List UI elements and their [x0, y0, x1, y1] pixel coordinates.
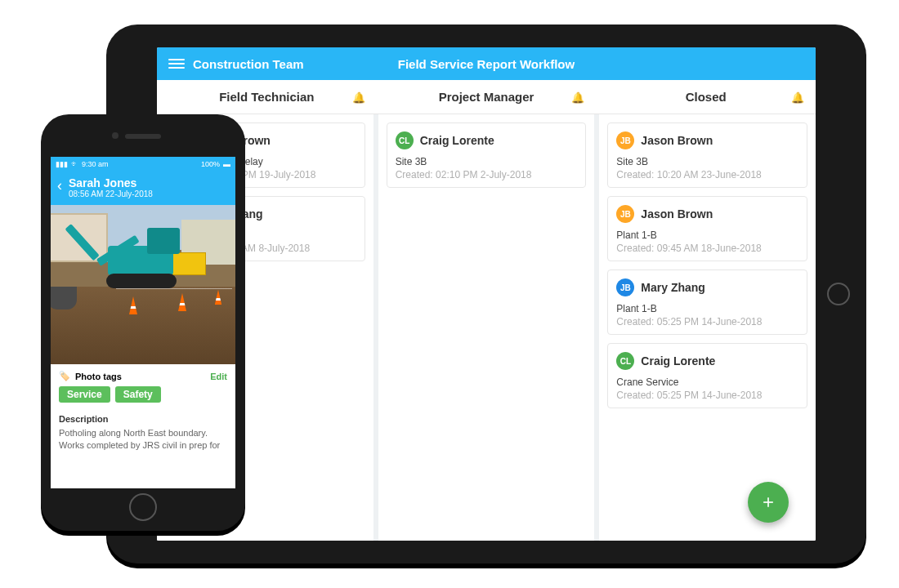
tablet-screen: Construction Team Field Service Report W…	[157, 47, 816, 541]
phone-screen: ▮▮▮ ᯤ 9:30 am 100% ▬ ‹ Sarah Jones 08:56…	[51, 157, 235, 488]
workflow-card[interactable]: JBJason BrownPlant 1-BCreated: 09:45 AM …	[607, 196, 807, 261]
wifi-icon: ᯤ	[71, 160, 78, 168]
bell-icon[interactable]: 🔔	[352, 91, 365, 103]
avatar: JB	[616, 131, 634, 149]
workflow-card[interactable]: CLCraig LorenteCrane ServiceCreated: 05:…	[607, 343, 807, 408]
card-person-name: Craig Lorente	[420, 134, 494, 147]
column-title: Project Manager	[439, 90, 534, 104]
battery-icon: ▬	[223, 160, 230, 168]
workflow-card[interactable]: CLCraig LorenteSite 3BCreated: 02:10 PM …	[387, 122, 587, 188]
column-header-field-technician[interactable]: Field Technician 🔔	[157, 80, 377, 114]
card-person-name: Jason Brown	[641, 207, 713, 220]
add-button[interactable]	[748, 482, 789, 523]
card-subject: Site 3B	[616, 156, 798, 167]
tag-icon: 🏷️	[59, 371, 70, 381]
phone-device: ▮▮▮ ᯤ 9:30 am 100% ▬ ‹ Sarah Jones 08:56…	[41, 114, 245, 531]
column-closed: JBJason BrownSite 3BCreated: 10:20 AM 23…	[599, 114, 816, 541]
description-label: Description	[59, 414, 227, 424]
card-created-timestamp: Created: 10:20 AM 23-June-2018	[616, 169, 798, 180]
card-subject: Site 3B	[396, 156, 578, 167]
avatar: JB	[616, 278, 634, 296]
entry-timestamp: 08:56 AM 22-July-2018	[69, 189, 153, 198]
edit-tags-link[interactable]: Edit	[210, 372, 227, 381]
avatar: CL	[616, 352, 634, 370]
workflow-card[interactable]: JBJason BrownSite 3BCreated: 10:20 AM 23…	[607, 122, 807, 188]
card-subject: Crane Service	[616, 376, 798, 388]
tablet-header: Construction Team Field Service Report W…	[157, 47, 816, 80]
card-created-timestamp: Created: 09:45 AM 18-June-2018	[616, 243, 798, 254]
phone-header: ‹ Sarah Jones 08:56 AM 22-July-2018	[51, 172, 235, 205]
battery-percent: 100%	[201, 160, 220, 168]
team-name: Construction Team	[193, 57, 304, 71]
plus-icon	[760, 494, 776, 510]
avatar: JB	[616, 205, 634, 223]
card-person-name: Craig Lorente	[641, 354, 715, 368]
photo-tags-header: 🏷️ Photo tags	[59, 371, 122, 381]
card-subject: Plant 1-B	[616, 229, 798, 241]
workflow-card[interactable]: JBMary ZhangPlant 1-BCreated: 05:25 PM 1…	[607, 270, 807, 335]
bell-icon[interactable]: 🔔	[791, 91, 804, 103]
status-time: 9:30 am	[82, 160, 109, 168]
avatar: CL	[396, 131, 414, 149]
entry-photo[interactable]	[51, 205, 235, 364]
tablet-home-button[interactable]	[827, 283, 850, 305]
card-created-timestamp: Created: 05:25 PM 14-June-2018	[616, 390, 798, 401]
photo-tags-label: Photo tags	[75, 372, 122, 381]
status-bar: ▮▮▮ ᯤ 9:30 am 100% ▬	[51, 157, 235, 172]
card-person-name: Jason Brown	[641, 134, 713, 147]
column-header-closed[interactable]: Closed 🔔	[596, 80, 816, 114]
phone-speaker	[125, 134, 161, 139]
kanban-board: JBJason BrownSubcontractor DelayCreated:…	[157, 114, 816, 541]
bell-icon[interactable]: 🔔	[571, 91, 584, 103]
entry-author: Sarah Jones	[69, 176, 153, 189]
column-header-project-manager[interactable]: Project Manager 🔔	[377, 80, 597, 114]
card-person-name: Mary Zhang	[641, 281, 705, 294]
phone-camera-dot	[112, 132, 119, 139]
tag-service[interactable]: Service	[59, 386, 110, 403]
description-text: Potholing along North East boundary. Wor…	[59, 427, 227, 452]
hamburger-menu-icon[interactable]	[168, 59, 185, 69]
card-created-timestamp: Created: 05:25 PM 14-June-2018	[616, 316, 798, 327]
column-title: Field Technician	[219, 90, 314, 104]
back-chevron-icon[interactable]: ‹	[57, 178, 62, 193]
tag-safety[interactable]: Safety	[115, 386, 161, 403]
column-project-manager: CLCraig LorenteSite 3BCreated: 02:10 PM …	[378, 114, 600, 541]
signal-icon: ▮▮▮	[56, 160, 68, 168]
tag-list: Service Safety	[59, 386, 227, 403]
card-created-timestamp: Created: 02:10 PM 2-July-2018	[396, 169, 578, 180]
phone-home-button[interactable]	[129, 493, 157, 521]
column-title: Closed	[686, 90, 727, 104]
card-subject: Plant 1-B	[616, 303, 798, 314]
column-headers: Field Technician 🔔 Project Manager 🔔 Clo…	[157, 80, 816, 114]
entry-body: 🏷️ Photo tags Edit Service Safety Descri…	[51, 364, 235, 459]
